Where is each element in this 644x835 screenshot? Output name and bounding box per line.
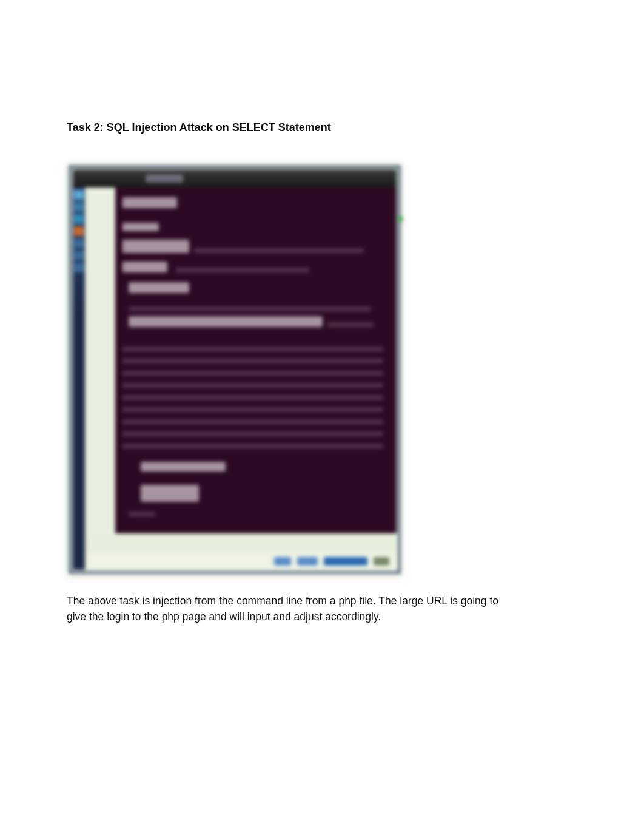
body-paragraph: The above task is injection from the com… [67, 593, 515, 625]
section-heading: Task 2: SQL Injection Attack on SELECT S… [67, 121, 577, 134]
launcher-dock [73, 188, 85, 315]
terminal-text-blur [176, 268, 309, 272]
terminal-text-blur [122, 419, 383, 424]
maximize-icon [398, 217, 403, 221]
taskbar-item [297, 557, 318, 566]
window-titlebar [73, 169, 397, 188]
terminal-text-blur [122, 347, 383, 351]
terminal-text-blur [122, 262, 167, 272]
terminal-text-blur [122, 371, 383, 376]
launcher-icon [74, 226, 84, 236]
terminal-text-blur [194, 248, 364, 253]
launcher-dock-tail [73, 315, 85, 570]
terminal-text-blur [327, 322, 374, 327]
taskbar-item [374, 557, 389, 566]
launcher-icon [74, 238, 84, 248]
terminal-text-blur [122, 431, 383, 436]
taskbar-item [274, 557, 291, 566]
terminal-text-blur [122, 444, 383, 448]
terminal-text-blur [141, 485, 199, 502]
terminal-text-blur [129, 282, 189, 293]
titlebar-text-blur [146, 174, 183, 183]
terminal-text-blur [122, 395, 383, 400]
terminal-text-blur [141, 462, 226, 472]
launcher-icon [74, 190, 84, 200]
terminal-text-blur [122, 359, 383, 363]
taskbar-item [324, 557, 367, 566]
desktop-taskbar [85, 553, 397, 570]
terminal-text-blur [129, 316, 323, 327]
terminal-text-blur [122, 223, 159, 231]
terminal-text-blur [129, 306, 371, 311]
terminal-text-blur [122, 407, 383, 412]
embedded-screenshot [67, 163, 403, 576]
terminal-text-blur [122, 240, 189, 253]
launcher-icon [74, 202, 84, 212]
launcher-icon [74, 263, 84, 272]
launcher-icon [74, 214, 84, 224]
terminal-text-blur [122, 197, 177, 208]
terminal-text-blur [122, 383, 383, 388]
launcher-icon [74, 251, 84, 260]
terminal-text-blur [129, 512, 155, 516]
desktop-strip [85, 188, 115, 533]
terminal-window [115, 188, 397, 533]
